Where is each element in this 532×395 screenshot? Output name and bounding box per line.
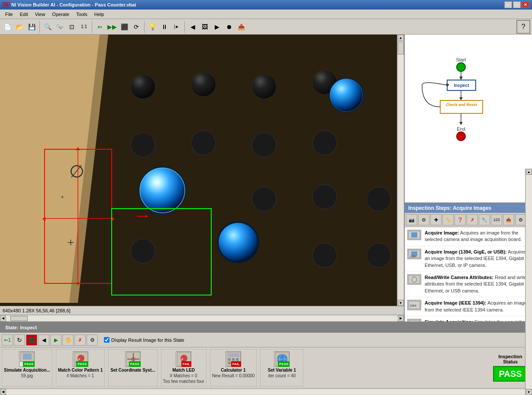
image-status-bar: 640x480 1.28X 56,56,46 [288,6] <box>0 306 404 315</box>
image-button[interactable]: 🖼 <box>199 21 210 32</box>
svg-point-22 <box>313 185 337 209</box>
menu-file[interactable]: File <box>2 11 16 18</box>
pause-button[interactable]: ⏸ <box>159 21 170 32</box>
next-image-button[interactable]: ▶ <box>211 21 222 32</box>
steps-add-btn[interactable]: ✚ <box>430 214 442 225</box>
zoom-100-button[interactable]: 1:1 <box>78 21 90 32</box>
bottom-scroll-track[interactable] <box>6 389 526 395</box>
window-controls[interactable]: − □ ✕ <box>504 1 529 8</box>
zoom-out-button[interactable]: 🔍- <box>54 21 65 32</box>
badge-4: FAIL <box>231 361 241 367</box>
step-item-acquire[interactable]: Acquire Image: Acquires an image from th… <box>405 227 532 246</box>
steps-list: Acquire Image: Acquires an image from th… <box>405 227 532 321</box>
steps-camera-btn[interactable]: 📷 <box>406 214 417 225</box>
steps-export-btn[interactable]: 📤 <box>503 214 514 225</box>
step-item-acquire-ieee[interactable]: 1394 Acquire Image (IEEE 1394): Acquires… <box>405 297 532 316</box>
scroll-thumb[interactable] <box>398 42 404 55</box>
steps-error-btn[interactable]: ✗ <box>467 214 478 225</box>
steps-settings-btn[interactable]: ⚙ <box>418 214 429 225</box>
step-item-rw-camera[interactable]: Read/Write Camera Attributes: Read and w… <box>405 272 532 297</box>
display-checkbox[interactable] <box>104 337 110 343</box>
menu-tools[interactable]: Tools <box>73 11 91 18</box>
bottom-scrollbar[interactable]: ◀ ▶ <box>0 388 532 395</box>
svg-point-27 <box>313 243 337 267</box>
bt-inspect[interactable]: 🖐 <box>62 334 74 346</box>
svg-text:1394: 1394 <box>410 255 416 258</box>
steps-num-btn[interactable]: 123 <box>491 214 502 225</box>
open-button[interactable]: 📂 <box>14 21 25 32</box>
svg-point-9 <box>252 74 276 99</box>
scroll-right-arrow[interactable]: ▶ <box>398 315 404 321</box>
scroll-left-arrow[interactable]: ◀ <box>0 315 6 321</box>
step-card-0[interactable]: PASS Simulate Acquisition... 59.jpg <box>2 349 52 386</box>
bt-back[interactable]: ◀ <box>38 334 49 346</box>
svg-point-55 <box>457 132 465 141</box>
bt-cancel[interactable]: ✗ <box>74 334 86 346</box>
step-back-button[interactable]: ⇐ <box>94 21 106 32</box>
svg-rect-85 <box>228 353 239 357</box>
state-bar: State: Inspect <box>0 322 532 333</box>
export-button[interactable]: 📤 <box>235 21 247 32</box>
steps-tool-btn[interactable]: 🔧 <box>479 214 490 225</box>
steps-scroll-up[interactable]: ▲ <box>526 169 532 175</box>
step-card-1[interactable]: PASS Match Color Pattern 1 # Matches = 1 <box>56 349 105 386</box>
bottom-scroll-left[interactable]: ◀ <box>0 389 6 395</box>
zoom-fit-button[interactable]: ⊡ <box>66 21 77 32</box>
scroll-up-arrow[interactable]: ▲ <box>398 35 404 41</box>
record-button[interactable]: ⏺ <box>223 21 235 32</box>
svg-point-83 <box>181 358 183 360</box>
help-button[interactable]: ? <box>516 20 530 34</box>
h-scroll-thumb[interactable] <box>10 316 28 321</box>
steps-scrollbar[interactable]: ▲ ▼ <box>525 169 532 395</box>
reset-button[interactable]: ⟳ <box>131 21 142 32</box>
h-scroll-track[interactable] <box>6 316 398 321</box>
prev-image-button[interactable]: ◀ <box>187 21 198 32</box>
svg-rect-71 <box>23 353 32 360</box>
menu-operate[interactable]: Operate <box>48 11 73 18</box>
vertical-scrollbar[interactable]: ▲ ▼ <box>397 35 404 306</box>
svg-point-43 <box>457 63 465 71</box>
steps-help-btn[interactable]: ❓ <box>455 214 466 225</box>
step-item-simulate[interactable]: Simulate Acquisition: Simulates the acqu… <box>405 316 532 321</box>
steps-measure-btn[interactable]: 📏 <box>442 214 454 225</box>
ni-logo: NI <box>3 2 10 8</box>
step-card-2[interactable]: PASS Set Coordinate Syst... <box>108 349 157 386</box>
steps-toolbar: 📷 ⚙ ✚ 📏 ❓ ✗ 🔧 123 📤 ⚙ <box>405 213 532 227</box>
sep2 <box>92 21 92 33</box>
svg-text:∅: ∅ <box>69 162 84 181</box>
bottom-panel: State: Inspect ⇐1 ↻ ⬛ ◀ ▶ 🖐 ✗ ⚙ Display … <box>0 321 532 395</box>
horizontal-scrollbar[interactable]: ◀ ▶ <box>0 315 404 321</box>
step-card-5[interactable]: PASS Set Variable 1 iter count = 40 <box>260 349 303 386</box>
bt-step-back[interactable]: ⇐1 <box>2 334 13 346</box>
steps-scroll-down[interactable]: ▼ <box>526 389 532 395</box>
menu-view[interactable]: View <box>32 11 49 18</box>
step-card-4[interactable]: FAIL Calculator 1 New Result = 0.00000 <box>210 349 257 386</box>
step-button[interactable]: |► <box>171 21 182 32</box>
sep3 <box>144 21 145 33</box>
bt-config[interactable]: ⚙ <box>87 334 98 346</box>
step-card-3[interactable]: FAIL Match LED # Matches = 0 Too few mat… <box>161 349 206 386</box>
bt-forward[interactable]: ▶ <box>50 334 61 346</box>
bt-restart[interactable]: ↻ <box>14 334 25 346</box>
close-button[interactable]: ✕ <box>522 1 529 8</box>
minimize-button[interactable]: − <box>504 1 512 8</box>
new-button[interactable]: 📄 <box>2 21 13 32</box>
run-button[interactable]: ▶▶ <box>106 21 118 32</box>
scroll-track[interactable] <box>398 41 404 300</box>
main-toolbar: 📄 📂 💾 🔍 🔍- ⊡ 1:1 ⇐ ▶▶ ⬛ ⟳ 💡 ⏸ |► ◀ 🖼 ▶ ⏺… <box>0 19 532 35</box>
stop-button[interactable]: ⬛ <box>119 21 130 32</box>
bt-stop[interactable]: ⬛ <box>26 334 37 346</box>
steps-scroll-track[interactable] <box>526 175 532 389</box>
display-result-check[interactable]: Display Result Image for this State <box>104 337 184 343</box>
step-text-acquire-ieee: Acquire Image (IEEE 1394): Acquires an i… <box>425 300 529 313</box>
light-button[interactable]: 💡 <box>147 21 158 32</box>
menu-help[interactable]: Help <box>91 11 108 18</box>
step-info-4: New Result = 0.00000 <box>212 373 255 378</box>
svg-point-15 <box>191 131 216 155</box>
menu-edit[interactable]: Edit <box>16 11 32 18</box>
save-button[interactable]: 💾 <box>26 21 37 32</box>
scroll-down-arrow[interactable]: ▼ <box>398 300 404 306</box>
zoom-in-button[interactable]: 🔍 <box>42 21 53 32</box>
maximize-button[interactable]: □ <box>513 1 521 8</box>
step-item-acquire-1394[interactable]: 1394 Acquire Image (1394, GigE, or USB):… <box>405 246 532 272</box>
